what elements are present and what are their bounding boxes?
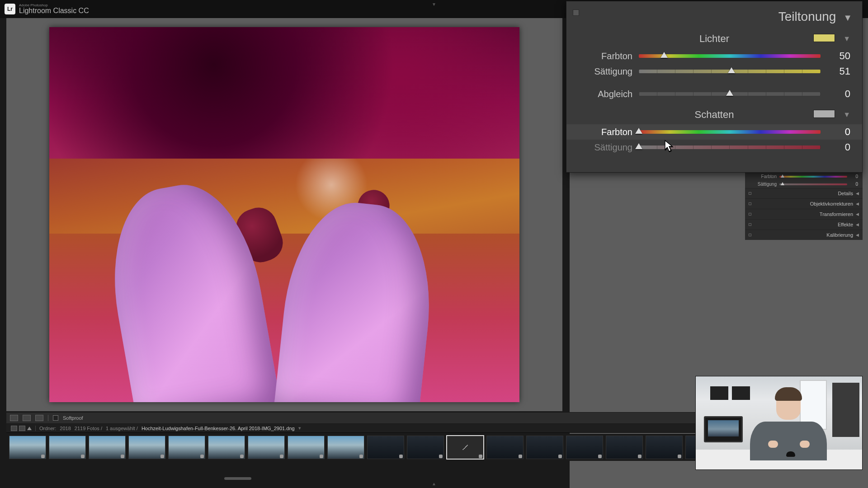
- highlights-sat-value[interactable]: 51: [827, 66, 850, 77]
- filmstrip-thumb[interactable]: [327, 436, 364, 459]
- panel-collapse-icon[interactable]: ◀: [856, 233, 859, 237]
- filmstrip-thumb[interactable]: [407, 436, 444, 459]
- mini-shadows-hue-row: Farbton 0: [745, 173, 863, 180]
- highlights-sat-slider[interactable]: [639, 70, 821, 73]
- filmstrip-collapse-caret[interactable]: ▲: [432, 481, 436, 486]
- shadows-sat-value[interactable]: 0: [827, 141, 850, 153]
- filmstrip-thumb[interactable]: [168, 436, 205, 459]
- thumb-badge-icon: [439, 455, 443, 458]
- thumb-badge-icon: [280, 455, 283, 458]
- filmstrip-thumb[interactable]: [566, 436, 603, 459]
- thumb-badge-icon: [558, 455, 562, 458]
- filmstrip-thumb[interactable]: [486, 436, 524, 459]
- panel-header-label: Effekte: [838, 222, 853, 227]
- shadows-sat-row: Sättigung 0: [578, 140, 850, 155]
- thumb-badge-icon: [519, 455, 522, 458]
- filmstrip-thumb[interactable]: [128, 436, 165, 459]
- panel-switch-icon[interactable]: [749, 202, 751, 205]
- shadows-picker-icon[interactable]: ▼: [843, 111, 850, 119]
- breadcrumb-caret-icon[interactable]: ▾: [298, 425, 301, 431]
- thumb-badge-icon: [399, 455, 403, 458]
- balance-value[interactable]: 0: [827, 88, 850, 100]
- panel-header-effekte[interactable]: Effekte◀: [745, 219, 863, 230]
- shadows-hue-row: Farbton 0: [566, 124, 862, 140]
- mini-hue-slider[interactable]: [779, 176, 847, 178]
- thumb-badge-icon: [678, 455, 681, 458]
- filmstrip-scroll-indicator[interactable]: [224, 477, 251, 480]
- balance-section: Abgleich 0: [566, 80, 862, 103]
- slider-thumb[interactable]: [635, 128, 642, 134]
- highlights-section: Lichter ▼ Farbton 50 Sättigung 51: [566, 28, 862, 80]
- panel-header-label: Transformieren: [820, 211, 853, 217]
- panel-switch-icon[interactable]: [573, 9, 579, 16]
- breadcrumb[interactable]: Ordner: 2018 2119 Fotos / 1 ausgewählt /…: [39, 425, 301, 431]
- thumb-badge-icon: [598, 455, 602, 458]
- photo-region-sea: [49, 27, 519, 177]
- mini-sat-slider[interactable]: [779, 183, 847, 185]
- grid-icon[interactable]: [19, 426, 25, 431]
- filmstrip-thumb[interactable]: [208, 436, 245, 459]
- thumb-badge-icon: [359, 455, 363, 458]
- panel-header-transformieren[interactable]: Transformieren◀: [745, 209, 863, 219]
- slider-thumb[interactable]: [781, 174, 784, 178]
- highlights-label: Lichter: [699, 33, 729, 45]
- filmstrip-thumb[interactable]: [9, 436, 46, 459]
- panel-collapse-icon[interactable]: ◀: [856, 202, 859, 206]
- panel-title-row[interactable]: Teiltonung ▼: [566, 1, 862, 28]
- highlights-picker-icon[interactable]: ▼: [843, 35, 850, 43]
- highlights-color-swatch[interactable]: [813, 34, 835, 42]
- panel-switch-icon[interactable]: [749, 192, 751, 195]
- highlights-hue-value[interactable]: 50: [827, 50, 850, 62]
- panel-header-details[interactable]: Details◀: [745, 188, 863, 198]
- thumb-badge-icon: [160, 455, 164, 458]
- main-photo[interactable]: [49, 27, 519, 402]
- slider-thumb[interactable]: [635, 143, 642, 149]
- mini-hue-value[interactable]: 0: [850, 174, 858, 179]
- shadows-hue-slider[interactable]: [639, 130, 821, 134]
- panel-switch-icon[interactable]: [749, 234, 751, 236]
- slider-thumb[interactable]: [781, 182, 784, 185]
- filmstrip-thumb[interactable]: [288, 436, 325, 459]
- filmstrip-thumb[interactable]: [49, 436, 86, 459]
- shadows-color-swatch[interactable]: [813, 110, 835, 118]
- panel-header-label: Objektivkorrekturen: [810, 201, 853, 206]
- sort-icon[interactable]: [27, 427, 32, 430]
- panel-switch-icon[interactable]: [749, 213, 751, 216]
- photo-count: 2119 Fotos /: [75, 426, 102, 431]
- slider-thumb[interactable]: [660, 52, 668, 58]
- slider-thumb[interactable]: [728, 67, 735, 73]
- slider-thumb[interactable]: [726, 90, 733, 96]
- shadows-hue-value[interactable]: 0: [827, 126, 850, 138]
- webcam-decor: [786, 451, 795, 457]
- mini-sat-value[interactable]: 0: [850, 182, 858, 187]
- split-toning-panel: Teiltonung ▼ Lichter ▼ Farbton 50 Sättig…: [566, 1, 863, 173]
- filmstrip-thumb[interactable]: [89, 436, 126, 459]
- softproof-label: Softproof: [63, 415, 83, 421]
- highlights-hue-slider[interactable]: [639, 54, 821, 58]
- panel-collapse-icon[interactable]: ◀: [856, 222, 859, 227]
- panel-header-objektivkorrekturen[interactable]: Objektivkorrekturen◀: [745, 198, 863, 209]
- filmstrip-thumb[interactable]: ⟋: [447, 436, 484, 459]
- folder-label: Ordner:: [39, 426, 56, 431]
- panel-switch-icon[interactable]: [749, 223, 751, 226]
- filmstrip-thumb[interactable]: [248, 436, 285, 459]
- view-mode-before-after-icon[interactable]: [23, 415, 31, 421]
- topbar-collapse-caret[interactable]: ▼: [432, 2, 436, 7]
- balance-label: Abgleich: [578, 89, 632, 99]
- thumb-badge-icon: [121, 455, 124, 458]
- panel-collapse-icon[interactable]: ◀: [856, 191, 859, 196]
- view-mode-loupe-icon[interactable]: [10, 415, 18, 421]
- softproof-checkbox[interactable]: [53, 415, 58, 421]
- second-monitor-icon[interactable]: [11, 426, 17, 431]
- view-mode-reference-icon[interactable]: [35, 415, 43, 421]
- panel-collapse-icon[interactable]: ◀: [856, 212, 859, 216]
- panel-collapse-icon[interactable]: ▼: [843, 13, 852, 23]
- filmstrip-thumb[interactable]: [526, 436, 563, 459]
- balance-slider[interactable]: [639, 92, 821, 96]
- filmstrip-thumb[interactable]: [367, 436, 404, 459]
- webcam-decor: [732, 386, 750, 400]
- filmstrip-thumb[interactable]: [646, 436, 683, 459]
- panel-header-kalibrierung[interactable]: Kalibrierung◀: [745, 230, 863, 240]
- filmstrip-thumb[interactable]: [606, 436, 643, 459]
- thumb-badge-icon: [320, 455, 323, 458]
